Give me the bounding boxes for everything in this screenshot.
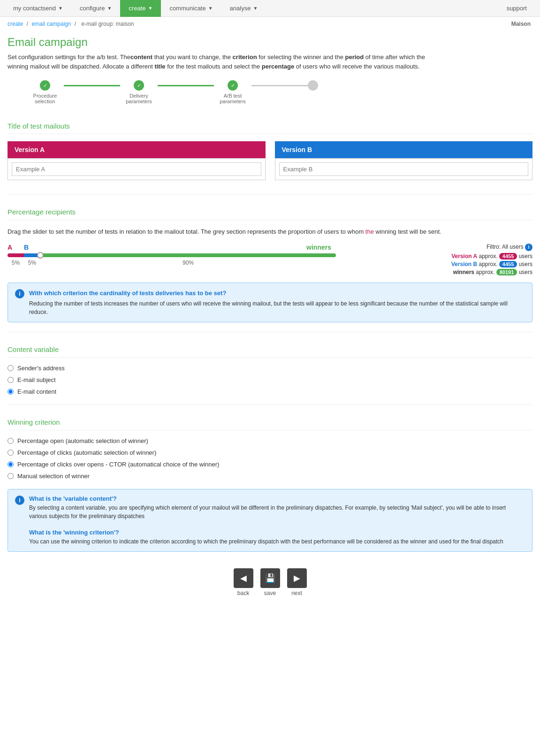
version-a-input[interactable] xyxy=(12,162,261,176)
step-circle-1: ✓ xyxy=(40,80,50,91)
divider-3 xyxy=(8,405,532,405)
version-a-box: Version A xyxy=(8,141,266,180)
ver-a-users: users xyxy=(519,253,532,260)
radio-pct-clicks-input[interactable] xyxy=(8,450,14,456)
back-label: back xyxy=(237,590,249,596)
radio-pct-open-input[interactable] xyxy=(8,438,14,444)
info-box-2-q1: What is the 'variable content'? xyxy=(29,495,525,502)
next-label: next xyxy=(291,590,302,596)
nav-arrow-4: ▼ xyxy=(253,6,258,11)
breadcrumb-current: e-mail group: maison xyxy=(81,21,134,27)
connector-1 xyxy=(64,85,120,86)
info-icon-2: i xyxy=(15,496,24,505)
nav-support[interactable]: support xyxy=(498,5,535,12)
info-box-1-title: With which criterion the cardinality of … xyxy=(29,289,525,298)
nav-arrow-0: ▼ xyxy=(58,6,63,11)
winning-criterion-group: Percentage open (automatic selection of … xyxy=(8,437,532,480)
slider-label-a: A xyxy=(8,244,24,251)
save-icon[interactable]: 💾 xyxy=(260,568,280,588)
version-b-box: Version B xyxy=(275,141,533,180)
nav-create[interactable]: create ▼ xyxy=(120,0,161,17)
radio-manual-winner[interactable]: Manual selection of winner xyxy=(8,473,532,480)
winners-approx: approx. xyxy=(476,269,496,275)
percentage-desc: Drag the slider to set the number of tes… xyxy=(8,227,532,237)
radio-ctor-input[interactable] xyxy=(8,461,14,467)
breadcrumb-create[interactable]: create xyxy=(8,21,23,27)
filter-info: Filtro: All users i Version A approx. 44… xyxy=(439,244,532,275)
step-circle-4 xyxy=(308,80,318,91)
track-segment-a xyxy=(8,253,24,257)
slider-label-winners: winners xyxy=(306,244,331,251)
save-label: save xyxy=(264,590,276,596)
connector-2 xyxy=(158,85,214,86)
radio-email-subject[interactable]: E-mail subject xyxy=(8,376,532,383)
step-label-2: Delivery parameters xyxy=(120,93,158,104)
step-1: ✓ Procedure selection xyxy=(26,80,64,104)
ver-b-approx: approx. xyxy=(479,261,499,267)
ver-b-label: Version B xyxy=(451,261,477,267)
slider-thumb[interactable] xyxy=(37,252,44,259)
info-box-1-content: With which criterion the cardinality of … xyxy=(29,289,525,317)
next-button[interactable]: ▶ next xyxy=(287,568,307,596)
version-b-input[interactable] xyxy=(279,162,529,176)
version-b-header: Version B xyxy=(275,141,533,158)
connector-3 xyxy=(251,85,308,86)
content-variable-group: Sender's address E-mail subject E-mail c… xyxy=(8,365,532,395)
breadcrumb-sep-1: / xyxy=(27,21,30,27)
slider-track[interactable] xyxy=(8,253,336,258)
nav-analyse[interactable]: analyse ▼ xyxy=(221,0,266,17)
next-icon[interactable]: ▶ xyxy=(287,568,307,588)
info-box-2-q2: What is the 'winning criterion'? xyxy=(29,529,525,536)
versions-row: Version A Version B xyxy=(8,141,532,180)
radio-percentage-clicks[interactable]: Percentage of clicks (automatic selectio… xyxy=(8,449,532,456)
radio-senders-address-input[interactable] xyxy=(8,365,14,371)
radio-email-subject-input[interactable] xyxy=(8,377,14,383)
content-variable-header: Content variable xyxy=(8,342,532,358)
winners-badge: 80191 xyxy=(496,269,517,275)
back-button[interactable]: ◀ back xyxy=(234,568,253,596)
radio-ctor[interactable]: Percentage of clicks over opens - CTOR (… xyxy=(8,461,532,468)
breadcrumb-email-campaign[interactable]: email campaign xyxy=(31,21,71,27)
stepper: ✓ Procedure selection ✓ Delivery paramet… xyxy=(8,80,532,104)
info-icon-1: i xyxy=(15,289,24,298)
radio-email-content[interactable]: E-mail content xyxy=(8,388,532,395)
step-label-3: A/B test parameters xyxy=(214,93,251,104)
radio-email-content-input[interactable] xyxy=(8,389,14,395)
version-a-input-wrap xyxy=(8,158,266,180)
info-box-2: i What is the 'variable content'? By sel… xyxy=(8,489,532,552)
slider-label-b: B xyxy=(24,244,40,251)
ver-b-badge: 4455 xyxy=(499,261,517,267)
info-box-1: i With which criterion the cardinality o… xyxy=(8,283,532,323)
version-b-input-wrap xyxy=(275,158,533,180)
title-section-header: Title of test mailouts xyxy=(8,118,532,134)
nav-arrow-1: ▼ xyxy=(107,6,112,11)
save-button[interactable]: 💾 save xyxy=(260,568,280,596)
winners-users: users xyxy=(519,269,532,275)
pct-winners-label: 90% xyxy=(40,260,336,266)
ver-a-badge: 4455 xyxy=(499,253,517,260)
ver-b-users: users xyxy=(519,261,532,267)
nav-communicate[interactable]: communicate ▼ xyxy=(161,0,221,17)
pct-labels: 5% 5% 90% xyxy=(8,260,336,266)
track-segment-winners xyxy=(40,253,336,257)
main-content: Email campaign Set configuration setting… xyxy=(0,31,540,620)
step-label-1: Procedure selection xyxy=(26,93,64,104)
nav-bar: my contactsend ▼ configure ▼ create ▼ co… xyxy=(0,0,540,17)
page-title: Email campaign xyxy=(8,36,532,49)
nav-my-contactsend[interactable]: my contactsend ▼ xyxy=(5,0,71,17)
radio-manual-input[interactable] xyxy=(8,473,14,479)
winners-label: winners xyxy=(453,269,474,275)
step-4 xyxy=(308,80,318,93)
radio-senders-address[interactable]: Sender's address xyxy=(8,365,532,372)
info-box-2-section2: What is the 'winning criterion'? You can… xyxy=(29,529,525,546)
back-icon[interactable]: ◀ xyxy=(234,568,253,588)
percentage-section-header: Percentage recipients xyxy=(8,204,532,220)
radio-percentage-open[interactable]: Percentage open (automatic selection of … xyxy=(8,437,532,444)
breadcrumb-right: Maison xyxy=(511,21,531,27)
divider-1 xyxy=(8,194,532,195)
version-a-header: Version A xyxy=(8,141,266,158)
info-box-1-text: Reducing the number of tests increases t… xyxy=(29,299,525,316)
filter-label: Filtro: All users xyxy=(487,244,524,250)
winning-criterion-header: Winning criterion xyxy=(8,414,532,430)
nav-configure[interactable]: configure ▼ xyxy=(71,0,120,17)
